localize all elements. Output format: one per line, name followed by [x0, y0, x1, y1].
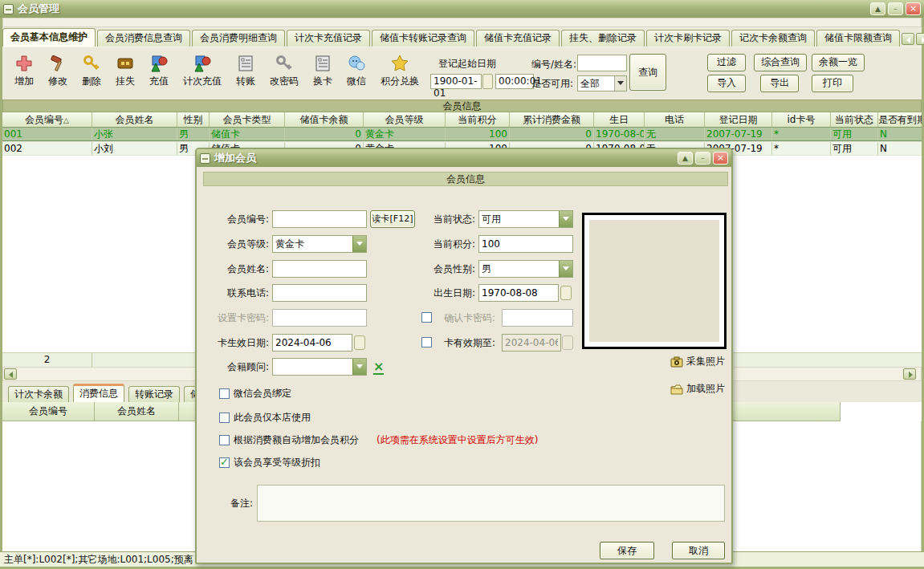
dialog-minimize-icon[interactable]: –: [695, 152, 710, 165]
combo-query-button[interactable]: 综合查询: [754, 54, 807, 71]
col-status[interactable]: 当前状态: [831, 112, 878, 127]
delete-button[interactable]: 删除: [75, 51, 108, 91]
tab-member-maintain[interactable]: 会员基本信息维护: [2, 28, 96, 47]
read-card-button[interactable]: 读卡[F12]: [370, 210, 415, 228]
col-card-type[interactable]: 会员卡类型: [210, 112, 285, 127]
status-select[interactable]: 可用: [478, 210, 573, 228]
tab-stored-limit[interactable]: 储值卡限额查询: [816, 30, 900, 47]
tab-consume-detail[interactable]: 会员消费明细查询: [192, 30, 285, 47]
col-phone[interactable]: 电话: [645, 112, 705, 127]
report-loss-button[interactable]: 挂失: [108, 51, 142, 91]
auto-points-label: 根据消费额自动增加会员积分: [234, 434, 359, 446]
col-id-card[interactable]: id卡号: [772, 112, 831, 127]
gender-select[interactable]: 男: [478, 260, 573, 278]
remark-textarea[interactable]: [257, 485, 725, 522]
tab-count-swipe[interactable]: 计次卡刷卡记录: [646, 30, 730, 47]
col-member-no[interactable]: 会员编号△: [2, 112, 92, 127]
member-no-input[interactable]: [272, 210, 367, 228]
wechat-bind-checkbox[interactable]: [219, 388, 230, 399]
bottom-col-member-no[interactable]: 会员编号: [2, 402, 95, 421]
member-name-input[interactable]: [272, 260, 367, 278]
wechat-bind-label: 微信会员绑定: [234, 388, 291, 400]
col-has-expiry[interactable]: 是否有到期期限: [878, 112, 922, 127]
query-button[interactable]: 查询: [629, 54, 666, 91]
transfer-button[interactable]: 转账: [229, 51, 263, 91]
col-member-name[interactable]: 会员姓名: [92, 112, 177, 127]
import-button[interactable]: 导入: [707, 75, 746, 92]
tab-consume-info-bottom[interactable]: 消费信息: [73, 384, 124, 402]
tab-count-card-balance[interactable]: 计次卡余额: [8, 386, 69, 402]
col-stored-balance[interactable]: 储值卡余额: [285, 112, 364, 127]
store-only-checkbox[interactable]: [219, 413, 230, 423]
wechat-button[interactable]: 微信: [340, 51, 373, 91]
dialog-icon: [200, 153, 210, 164]
folder-open-icon: [670, 384, 683, 395]
dialog-section-title: 会员信息: [203, 172, 728, 186]
tab-loss-delete[interactable]: 挂失、删除记录: [561, 30, 645, 47]
modify-button[interactable]: 修改: [41, 51, 75, 91]
close-icon[interactable]: ×: [906, 2, 921, 15]
scroll-left-icon[interactable]: [4, 368, 17, 380]
print-button[interactable]: 打印: [812, 75, 853, 92]
minimize-icon[interactable]: –: [888, 2, 903, 15]
advisor-select[interactable]: [272, 358, 367, 376]
register-date-input[interactable]: 1900-01-01: [430, 74, 482, 89]
load-photo-button[interactable]: 加载照片: [670, 382, 725, 396]
export-button[interactable]: 导出: [760, 75, 799, 92]
expire-date-input[interactable]: [502, 334, 561, 352]
table-row[interactable]: 001 小张 男 储值卡 0 黄金卡 100 0 1970-08-0 无 200…: [2, 128, 922, 141]
available-select[interactable]: 全部: [577, 75, 627, 91]
auto-points-checkbox[interactable]: [219, 435, 230, 445]
birth-date-input[interactable]: [478, 284, 559, 302]
expire-date-picker-button[interactable]: [562, 335, 573, 350]
tab-count-balance[interactable]: 记次卡余额查询: [731, 30, 815, 47]
cancel-button[interactable]: 取消: [672, 542, 725, 559]
tab-scroll-right-icon[interactable]: [916, 33, 924, 45]
col-points[interactable]: 当前积分: [446, 112, 510, 127]
change-card-button[interactable]: 换卡: [306, 51, 340, 91]
scroll-right-icon[interactable]: [903, 368, 916, 380]
col-total-consume[interactable]: 累计消费金额: [510, 112, 594, 127]
tab-consume-info[interactable]: 会员消费信息查询: [97, 30, 190, 47]
tab-count-recharge[interactable]: 计次卡充值记录: [287, 30, 370, 47]
col-gender[interactable]: 性别: [177, 112, 210, 127]
recharge-button[interactable]: 充值: [142, 51, 176, 91]
bottom-col-member-name[interactable]: 会员姓名: [95, 402, 179, 421]
code-name-input[interactable]: [577, 55, 627, 71]
points-input[interactable]: [478, 235, 573, 253]
points-exchange-button[interactable]: 积分兑换: [373, 51, 426, 91]
clear-advisor-icon[interactable]: ×: [373, 360, 384, 375]
tab-stored-transfer[interactable]: 储值卡转账记录查询: [372, 30, 474, 47]
register-time-input[interactable]: 00:00:01: [495, 74, 534, 89]
dialog-close-icon[interactable]: ×: [713, 152, 728, 165]
balance-list-button[interactable]: 余额一览: [812, 54, 865, 71]
member-no-label: 会员编号:: [197, 210, 269, 228]
confirm-password-checkbox[interactable]: [421, 312, 432, 323]
birth-date-picker-button[interactable]: [560, 286, 572, 300]
effective-date-input[interactable]: [272, 334, 352, 352]
phone-input[interactable]: [272, 284, 367, 302]
add-button[interactable]: 增加: [7, 51, 41, 91]
restore-icon[interactable]: ▲: [870, 2, 885, 15]
level-select[interactable]: 黄金卡: [272, 235, 367, 253]
filter-button[interactable]: 过滤: [707, 54, 746, 71]
effective-date-picker-button[interactable]: [354, 335, 365, 350]
tab-stored-recharge[interactable]: 储值卡充值记录: [476, 30, 560, 47]
set-password-input[interactable]: [272, 309, 367, 327]
window-title: 会员管理: [18, 2, 59, 16]
dialog-restore-icon[interactable]: ▲: [678, 152, 693, 165]
capture-photo-button[interactable]: 采集照片: [670, 355, 725, 368]
col-birthday[interactable]: 生日: [594, 112, 645, 127]
tab-scroll-left-icon[interactable]: [902, 33, 914, 45]
change-password-button[interactable]: 改密码: [263, 51, 306, 91]
col-register-date[interactable]: 登记日期: [705, 112, 772, 127]
expire-date-checkbox[interactable]: [421, 337, 432, 347]
register-date-picker-button[interactable]: [482, 74, 493, 89]
save-button[interactable]: 保存: [600, 542, 654, 559]
col-level[interactable]: 会员等级: [364, 112, 446, 127]
count-recharge-button[interactable]: 计次充值: [176, 51, 229, 91]
chevron-down-icon: [559, 211, 572, 227]
tab-transfer-records[interactable]: 转账记录: [128, 386, 180, 402]
level-discount-checkbox[interactable]: [219, 457, 230, 468]
confirm-password-input[interactable]: [502, 309, 573, 327]
